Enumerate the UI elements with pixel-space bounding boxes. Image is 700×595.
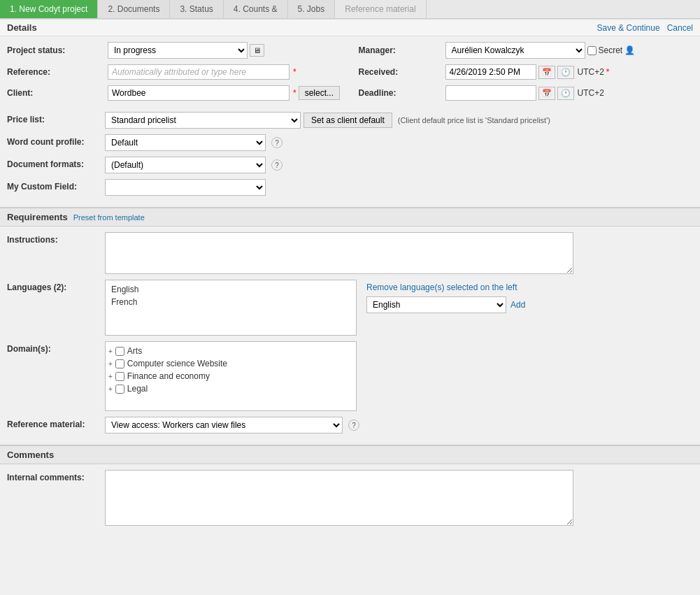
row-reference-received: Reference: * Received: 📅 🕐 UTC+2 * [7,64,693,80]
tab-new-project[interactable]: 1. New Codyt project [0,0,98,18]
secret-checkbox[interactable] [587,46,597,55]
doc-format-select[interactable]: (Default) [105,157,266,173]
received-date-input[interactable] [445,64,536,80]
reference-input[interactable] [108,64,290,80]
row-ref-material: Reference material: View access: Workers… [7,417,693,433]
tab-reference-material: Reference material [335,0,426,18]
received-utc: UTC+2 [578,67,604,77]
requirements-header: Requirements Preset from template [0,207,700,227]
deadline-label: Deadline: [359,88,443,98]
ref-material-help-icon[interactable]: ? [348,420,359,431]
languages-listbox[interactable]: English French [105,280,357,336]
domain-label-finance: Finance and economy [127,371,210,381]
project-status-field: In progress 🖥 [108,42,356,59]
languages-field: English French Remove language(s) select… [105,280,693,336]
received-calendar-icon[interactable]: 📅 [538,66,555,79]
expand-arts-icon[interactable]: + [108,347,113,355]
row-domains: Domain(s): + Arts + Computer science Web… [7,341,693,411]
expand-legal-icon[interactable]: + [108,385,113,393]
deadline-field: 📅 🕐 UTC+2 [445,85,694,101]
details-form: Project status: In progress 🖥 Manager: A… [0,36,700,207]
languages-label: Languages (2): [7,280,105,292]
lang-item-french[interactable]: French [108,296,353,308]
doc-formats-field: (Default) ? [105,157,693,173]
domain-check-legal[interactable] [115,385,124,394]
row-instructions: Instructions: [7,232,693,274]
custom-field-label: My Custom Field: [7,179,105,192]
received-field: 📅 🕐 UTC+2 * [445,64,694,80]
details-title: Details [7,22,37,33]
save-continue-button[interactable]: Save & Continue [597,23,660,33]
received-label: Received: [359,67,443,77]
row-custom-field: My Custom Field: [7,179,693,196]
domain-check-cs[interactable] [115,359,124,368]
received-utc-required: * [606,67,610,77]
custom-field-value [105,179,693,196]
manager-select[interactable]: Aurélien Kowalczyk [445,42,585,59]
tab-jobs[interactable]: 5. Jobs [288,0,336,18]
instructions-textarea[interactable] [105,232,573,274]
domain-item-cs: + Computer science Website [108,357,353,370]
doc-formats-label: Document formats: [7,157,105,169]
row-status-manager: Project status: In progress 🖥 Manager: A… [7,42,693,59]
lang-item-english[interactable]: English [108,283,353,296]
comments-header: Comments [0,445,700,464]
price-list-select[interactable]: Standard pricelist [105,112,301,129]
deadline-clock-icon[interactable]: 🕐 [557,87,574,100]
ref-material-field: View access: Workers can view files ? [105,417,693,433]
requirements-form: Instructions: Languages (2): English Fre… [0,227,700,445]
expand-finance-icon[interactable]: + [108,373,113,380]
row-client-deadline: Client: * select... Deadline: 📅 🕐 UTC+2 [7,85,693,101]
requirements-title: Requirements [7,212,68,222]
secret-icon: 👤 [624,45,635,55]
internal-comments-textarea[interactable] [105,470,573,526]
word-count-select[interactable]: Default [105,134,266,151]
tab-status[interactable]: 3. Status [170,0,223,18]
deadline-date-input[interactable] [445,85,536,101]
client-input[interactable] [108,85,290,101]
domain-item-arts: + Arts [108,345,353,357]
domain-item-legal: + Legal [108,382,353,395]
language-dropdown[interactable]: English French [366,296,506,313]
deadline-utc: UTC+2 [578,88,604,98]
preset-link[interactable]: Preset from template [73,213,145,222]
doc-format-help-icon[interactable]: ? [271,159,283,171]
ref-material-select[interactable]: View access: Workers can view files [105,417,343,433]
domain-label-arts: Arts [127,346,142,356]
comments-title: Comments [7,450,54,460]
price-list-field: Standard pricelist Set as client default… [105,112,693,129]
row-docformats: Document formats: (Default) ? [7,157,693,173]
status-icon-btn[interactable]: 🖥 [250,44,264,57]
set-default-button[interactable]: Set as client default [303,113,392,128]
deadline-calendar-icon[interactable]: 📅 [538,87,555,100]
price-note: (Client default price list is 'Standard … [398,116,550,124]
remove-language-button[interactable]: Remove language(s) selected on the left [366,282,525,292]
row-wordcount: Word count profile: Default ? [7,134,693,151]
domain-check-finance[interactable] [115,372,124,381]
comments-form: Internal comments: [0,464,700,537]
add-language-button[interactable]: Add [510,300,525,310]
reference-required: * [293,67,297,77]
client-select-button[interactable]: select... [299,86,340,100]
received-clock-icon[interactable]: 🕐 [557,66,574,79]
tab-documents[interactable]: 2. Documents [98,0,170,18]
custom-field-select[interactable] [105,179,266,196]
word-count-help-icon[interactable]: ? [271,137,283,148]
internal-comments-label: Internal comments: [7,470,105,482]
cancel-button[interactable]: Cancel [667,23,693,33]
expand-cs-icon[interactable]: + [108,360,113,368]
instructions-field [105,232,693,274]
domain-item-finance: + Finance and economy [108,370,353,382]
details-section-header: Details Save & Continue Cancel [0,19,700,36]
domain-check-arts[interactable] [115,347,124,356]
row-languages: Languages (2): English French Remove lan… [7,280,693,336]
secret-checkbox-wrapper: Secret 👤 [587,45,636,55]
reference-label: Reference: [7,67,105,77]
project-status-label: Project status: [7,45,105,55]
manager-field: Aurélien Kowalczyk Secret 👤 [445,42,694,59]
client-label: Client: [7,88,105,98]
project-status-select[interactable]: In progress [108,42,248,59]
spacer [7,106,693,112]
ref-material-label: Reference material: [7,417,105,429]
tab-counts[interactable]: 4. Counts & [224,0,288,18]
